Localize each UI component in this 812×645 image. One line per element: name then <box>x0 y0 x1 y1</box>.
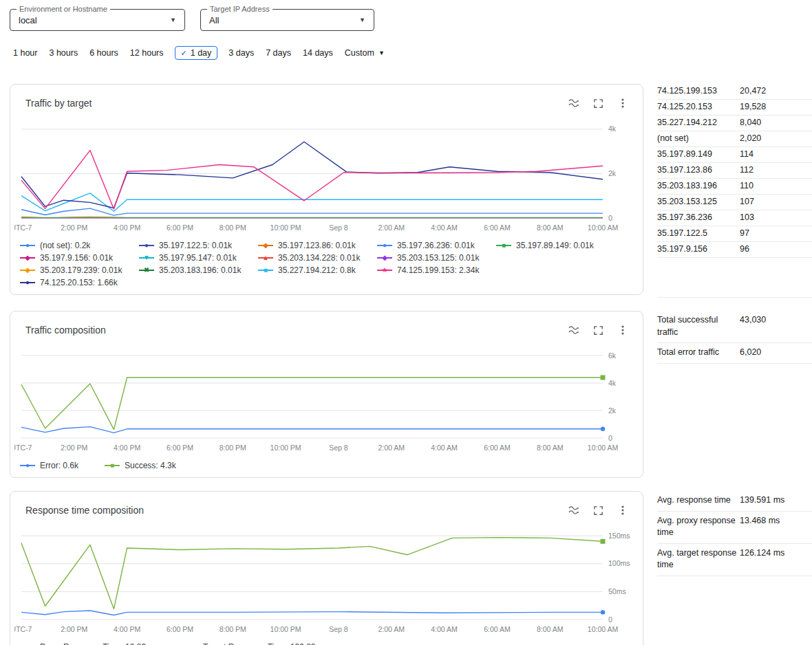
legend-marker-icon: ■ <box>105 461 120 470</box>
table-row: 35.197.9.15696 <box>657 242 812 258</box>
traffic-totals-table: Total successful traffic43,030Total erro… <box>657 311 812 364</box>
panel-title: Traffic composition <box>25 325 106 336</box>
legend-item[interactable]: ●(not set): 0.2k <box>20 241 139 250</box>
svg-text:2:00 PM: 2:00 PM <box>61 223 87 232</box>
legend-item[interactable]: ▲35.203.134.228: 0.01k <box>258 253 377 263</box>
legend-label: Error: 0.6k <box>40 461 78 470</box>
svg-text:8:00 PM: 8:00 PM <box>220 223 246 232</box>
legend-item[interactable]: ●74.125.20.153: 1.66k <box>20 278 139 287</box>
chart-style-icon[interactable] <box>568 504 580 516</box>
table-row-value: 126.124 ms <box>740 547 812 560</box>
svg-text:2:00 AM: 2:00 AM <box>378 223 405 232</box>
panel-toolbar <box>568 504 629 516</box>
legend-marker-icon: ◆ <box>20 254 35 262</box>
response-time-composition-legend: ●Proxy Response Time: 12.89ms■Target Res… <box>20 642 628 645</box>
chart-style-icon[interactable] <box>568 97 580 109</box>
legend-marker-icon: ▼ <box>139 254 154 262</box>
more-options-icon[interactable] <box>617 504 629 516</box>
table-row-label: Total error traffic <box>657 347 740 359</box>
svg-text:Sep 8: Sep 8 <box>329 223 348 232</box>
time-range-3-hours[interactable]: 3 hours <box>48 47 78 59</box>
caret-down-icon: ▼ <box>378 50 385 56</box>
response-time-composition-chart[interactable]: 050ms100ms150msUTC-72:00 PM4:00 PM6:00 P… <box>14 523 636 640</box>
legend-item[interactable]: ●Proxy Response Time: 12.89ms <box>20 642 157 645</box>
time-range-label: 1 hour <box>13 48 37 58</box>
table-row: (not set)2,020 <box>657 131 812 147</box>
legend-item[interactable]: ◆35.203.153.125: 0.01k <box>377 253 496 263</box>
time-range-6-hours[interactable]: 6 hours <box>89 47 119 59</box>
table-row-value: 6,020 <box>740 347 812 359</box>
svg-text:4:00 PM: 4:00 PM <box>114 444 140 452</box>
fullscreen-icon[interactable] <box>592 504 604 516</box>
table-row: 35.203.183.196110 <box>657 179 812 195</box>
chart-style-icon[interactable] <box>568 324 580 336</box>
time-range-3-days[interactable]: 3 days <box>228 47 255 59</box>
traffic-composition-legend: ●Error: 0.6k■Success: 4.3k <box>20 461 628 470</box>
legend-label: Success: 4.3k <box>125 461 176 470</box>
panel-title: Response time composition <box>25 505 144 516</box>
legend-item[interactable]: ◆35.197.123.86: 0.01k <box>258 241 377 250</box>
response-time-averages-table: Avg. response time139.591 msAvg. proxy r… <box>657 491 812 576</box>
legend-marker-icon: ◆ <box>20 266 35 274</box>
traffic-by-target-legend: ●(not set): 0.2k●35.197.122.5: 0.01k◆35.… <box>20 241 628 287</box>
svg-text:100ms: 100ms <box>608 559 630 567</box>
legend-item[interactable]: ◆35.203.179.239: 0.01k <box>20 265 139 275</box>
environment-select[interactable]: Environment or Hostname local ▼ <box>10 9 185 31</box>
table-row-label: 35.197.36.236 <box>657 212 740 223</box>
legend-label: 35.227.194.212: 0.8k <box>278 265 356 275</box>
time-range-1-hour[interactable]: 1 hour <box>12 47 38 59</box>
svg-text:8:00 AM: 8:00 AM <box>537 444 564 452</box>
legend-item[interactable]: ●Error: 0.6k <box>20 461 78 470</box>
legend-item[interactable]: ▼35.197.95.147: 0.01k <box>139 253 258 263</box>
fullscreen-icon[interactable] <box>592 324 604 336</box>
svg-text:50ms: 50ms <box>608 587 626 595</box>
legend-item[interactable]: ■Success: 4.3k <box>105 461 176 470</box>
time-range-custom[interactable]: Custom▼ <box>344 47 385 59</box>
table-row: Total error traffic6,020 <box>657 343 812 364</box>
time-range-14-days[interactable]: 14 days <box>302 47 334 59</box>
svg-text:10:00 AM: 10:00 AM <box>588 223 618 232</box>
table-row-label: Avg. target response time <box>657 547 740 571</box>
svg-text:8:00 PM: 8:00 PM <box>220 625 246 633</box>
legend-item[interactable]: ■35.227.194.212: 0.8k <box>258 265 377 275</box>
time-range-1-day[interactable]: ✓1 day <box>175 46 218 60</box>
svg-text:UTC-7: UTC-7 <box>14 444 32 452</box>
table-row-value: 8,040 <box>740 118 812 128</box>
table-row: 35.197.89.149114 <box>657 147 812 163</box>
time-range-label: 14 days <box>303 48 333 58</box>
svg-text:6:00 AM: 6:00 AM <box>484 444 511 452</box>
traffic-by-target-chart[interactable]: 02k4kUTC-72:00 PM4:00 PM6:00 PM8:00 PM10… <box>14 116 636 239</box>
time-range-7-days[interactable]: 7 days <box>265 47 292 59</box>
table-row-label: 35.197.122.5 <box>657 228 740 239</box>
time-range-label: 3 hours <box>49 48 78 58</box>
more-options-icon[interactable] <box>617 324 629 336</box>
more-options-icon[interactable] <box>617 97 629 109</box>
table-row: 35.197.122.597 <box>657 226 812 242</box>
legend-label: 35.203.134.228: 0.01k <box>278 253 360 263</box>
svg-text:10:00 AM: 10:00 AM <box>588 444 618 452</box>
fullscreen-icon[interactable] <box>592 97 604 109</box>
target-ip-select-label: Target IP Address <box>207 5 273 13</box>
dropdown-arrow-icon: ▼ <box>359 17 365 23</box>
table-row-label: Avg. proxy response time <box>657 515 740 539</box>
time-range-label: 7 days <box>266 48 291 58</box>
legend-item[interactable]: ●35.197.122.5: 0.01k <box>139 241 258 250</box>
table-row-value: 19,528 <box>740 102 812 112</box>
table-row-value: 114 <box>740 149 812 160</box>
legend-item[interactable]: ●35.197.36.236: 0.01k <box>377 241 496 250</box>
legend-item[interactable]: ■35.197.89.149: 0.01k <box>496 241 615 250</box>
svg-text:4:00 AM: 4:00 AM <box>431 223 458 232</box>
svg-text:8:00 PM: 8:00 PM <box>220 444 246 452</box>
legend-item[interactable]: ★74.125.199.153: 2.34k <box>377 265 496 275</box>
legend-item[interactable]: ◆35.197.9.156: 0.01k <box>20 253 139 263</box>
traffic-composition-chart[interactable]: 02k4k6kUTC-72:00 PM4:00 PM6:00 PM8:00 PM… <box>14 343 636 459</box>
legend-item[interactable]: ✖35.203.183.196: 0.01k <box>139 265 258 275</box>
legend-item[interactable]: ■Target Response Time: 139.83ms <box>183 642 326 645</box>
target-ip-select-value: All <box>209 15 359 25</box>
filter-bar: Environment or Hostname local ▼ Target I… <box>10 9 812 31</box>
svg-text:10:00 AM: 10:00 AM <box>588 625 618 633</box>
time-range-12-hours[interactable]: 12 hours <box>129 47 164 59</box>
legend-marker-icon: ★ <box>377 266 392 274</box>
legend-label: 35.197.9.156: 0.01k <box>40 253 113 263</box>
target-ip-select[interactable]: Target IP Address All ▼ <box>200 9 374 31</box>
